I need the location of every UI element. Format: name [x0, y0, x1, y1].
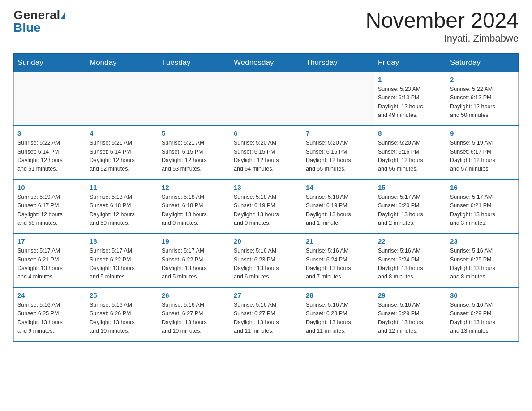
day-info: Sunrise: 5:17 AM Sunset: 6:21 PM Dayligh… [17, 247, 82, 282]
calendar-week-row: 17Sunrise: 5:17 AM Sunset: 6:21 PM Dayli… [14, 233, 519, 287]
day-number: 28 [306, 291, 370, 299]
table-row: 7Sunrise: 5:20 AM Sunset: 6:16 PM Daylig… [302, 125, 374, 180]
day-info: Sunrise: 5:16 AM Sunset: 6:25 PM Dayligh… [450, 247, 515, 282]
day-info: Sunrise: 5:16 AM Sunset: 6:24 PM Dayligh… [378, 247, 442, 282]
day-number: 21 [306, 237, 370, 245]
day-number: 11 [90, 184, 154, 191]
day-number: 20 [234, 237, 298, 245]
col-thursday: Thursday [302, 53, 374, 72]
calendar-subtitle: Inyati, Zimbabwe [365, 33, 519, 44]
day-info: Sunrise: 5:20 AM Sunset: 6:15 PM Dayligh… [234, 139, 298, 174]
col-wednesday: Wednesday [230, 53, 302, 72]
day-number: 30 [450, 291, 515, 299]
day-number: 23 [450, 237, 515, 245]
day-number: 26 [162, 291, 226, 299]
day-number: 16 [450, 184, 515, 191]
day-number: 24 [17, 291, 82, 299]
page-header: General Blue November 2024 Inyati, Zimba… [13, 9, 519, 44]
day-info: Sunrise: 5:16 AM Sunset: 6:29 PM Dayligh… [378, 301, 442, 336]
calendar-header-row: Sunday Monday Tuesday Wednesday Thursday… [14, 53, 519, 72]
table-row: 4Sunrise: 5:21 AM Sunset: 6:14 PM Daylig… [86, 125, 158, 180]
table-row: 27Sunrise: 5:16 AM Sunset: 6:27 PM Dayli… [230, 287, 302, 342]
table-row: 13Sunrise: 5:18 AM Sunset: 6:19 PM Dayli… [230, 180, 302, 234]
table-row: 14Sunrise: 5:18 AM Sunset: 6:19 PM Dayli… [302, 180, 374, 234]
calendar-table: Sunday Monday Tuesday Wednesday Thursday… [13, 53, 519, 342]
day-info: Sunrise: 5:18 AM Sunset: 6:19 PM Dayligh… [306, 193, 370, 228]
day-number: 1 [378, 76, 442, 83]
table-row [230, 72, 302, 125]
day-info: Sunrise: 5:17 AM Sunset: 6:21 PM Dayligh… [450, 193, 515, 228]
day-number: 27 [234, 291, 298, 299]
day-info: Sunrise: 5:19 AM Sunset: 6:17 PM Dayligh… [450, 139, 515, 174]
table-row: 30Sunrise: 5:16 AM Sunset: 6:29 PM Dayli… [446, 287, 519, 342]
day-info: Sunrise: 5:16 AM Sunset: 6:23 PM Dayligh… [234, 247, 298, 282]
table-row [158, 72, 230, 125]
calendar-title: November 2024 [365, 9, 519, 33]
day-info: Sunrise: 5:16 AM Sunset: 6:25 PM Dayligh… [17, 301, 82, 336]
day-number: 9 [450, 129, 515, 137]
logo: General Blue [13, 9, 65, 34]
table-row: 23Sunrise: 5:16 AM Sunset: 6:25 PM Dayli… [446, 233, 519, 287]
table-row [86, 72, 158, 125]
col-friday: Friday [374, 53, 446, 72]
day-number: 15 [378, 184, 442, 191]
day-number: 5 [162, 129, 226, 137]
day-number: 29 [378, 291, 442, 299]
day-info: Sunrise: 5:16 AM Sunset: 6:27 PM Dayligh… [234, 301, 298, 336]
logo-triangle-icon [61, 12, 65, 19]
logo-general-text: General [13, 9, 60, 21]
table-row: 18Sunrise: 5:17 AM Sunset: 6:22 PM Dayli… [86, 233, 158, 287]
title-block: November 2024 Inyati, Zimbabwe [365, 9, 519, 44]
day-info: Sunrise: 5:19 AM Sunset: 6:17 PM Dayligh… [17, 193, 82, 228]
day-info: Sunrise: 5:16 AM Sunset: 6:29 PM Dayligh… [450, 301, 515, 336]
day-number: 22 [378, 237, 442, 245]
day-number: 8 [378, 129, 442, 137]
table-row: 10Sunrise: 5:19 AM Sunset: 6:17 PM Dayli… [14, 180, 86, 234]
day-info: Sunrise: 5:16 AM Sunset: 6:28 PM Dayligh… [306, 301, 370, 336]
calendar-week-row: 3Sunrise: 5:22 AM Sunset: 6:14 PM Daylig… [14, 125, 519, 180]
day-info: Sunrise: 5:21 AM Sunset: 6:14 PM Dayligh… [90, 139, 154, 174]
day-info: Sunrise: 5:20 AM Sunset: 6:16 PM Dayligh… [306, 139, 370, 174]
logo-blue-text: Blue [13, 21, 41, 34]
day-info: Sunrise: 5:17 AM Sunset: 6:22 PM Dayligh… [162, 247, 226, 282]
day-info: Sunrise: 5:21 AM Sunset: 6:15 PM Dayligh… [162, 139, 226, 174]
table-row: 6Sunrise: 5:20 AM Sunset: 6:15 PM Daylig… [230, 125, 302, 180]
table-row: 2Sunrise: 5:22 AM Sunset: 6:13 PM Daylig… [446, 72, 519, 125]
table-row: 19Sunrise: 5:17 AM Sunset: 6:22 PM Dayli… [158, 233, 230, 287]
table-row: 1Sunrise: 5:23 AM Sunset: 6:13 PM Daylig… [374, 72, 446, 125]
day-number: 14 [306, 184, 370, 191]
table-row: 15Sunrise: 5:17 AM Sunset: 6:20 PM Dayli… [374, 180, 446, 234]
day-info: Sunrise: 5:22 AM Sunset: 6:13 PM Dayligh… [450, 85, 515, 120]
table-row: 21Sunrise: 5:16 AM Sunset: 6:24 PM Dayli… [302, 233, 374, 287]
col-saturday: Saturday [446, 53, 519, 72]
table-row: 16Sunrise: 5:17 AM Sunset: 6:21 PM Dayli… [446, 180, 519, 234]
table-row: 9Sunrise: 5:19 AM Sunset: 6:17 PM Daylig… [446, 125, 519, 180]
day-info: Sunrise: 5:16 AM Sunset: 6:24 PM Dayligh… [306, 247, 370, 282]
table-row: 3Sunrise: 5:22 AM Sunset: 6:14 PM Daylig… [14, 125, 86, 180]
day-number: 25 [90, 291, 154, 299]
table-row: 11Sunrise: 5:18 AM Sunset: 6:18 PM Dayli… [86, 180, 158, 234]
day-number: 12 [162, 184, 226, 191]
day-info: Sunrise: 5:18 AM Sunset: 6:18 PM Dayligh… [162, 193, 226, 228]
day-info: Sunrise: 5:18 AM Sunset: 6:18 PM Dayligh… [90, 193, 154, 228]
table-row [14, 72, 86, 125]
day-number: 17 [17, 237, 82, 245]
day-number: 7 [306, 129, 370, 137]
table-row: 26Sunrise: 5:16 AM Sunset: 6:27 PM Dayli… [158, 287, 230, 342]
day-info: Sunrise: 5:16 AM Sunset: 6:27 PM Dayligh… [162, 301, 226, 336]
day-number: 10 [17, 184, 82, 191]
day-info: Sunrise: 5:22 AM Sunset: 6:14 PM Dayligh… [17, 139, 82, 174]
table-row [302, 72, 374, 125]
day-info: Sunrise: 5:23 AM Sunset: 6:13 PM Dayligh… [378, 85, 442, 120]
table-row: 22Sunrise: 5:16 AM Sunset: 6:24 PM Dayli… [374, 233, 446, 287]
col-monday: Monday [86, 53, 158, 72]
day-number: 6 [234, 129, 298, 137]
table-row: 25Sunrise: 5:16 AM Sunset: 6:26 PM Dayli… [86, 287, 158, 342]
table-row: 17Sunrise: 5:17 AM Sunset: 6:21 PM Dayli… [14, 233, 86, 287]
table-row: 12Sunrise: 5:18 AM Sunset: 6:18 PM Dayli… [158, 180, 230, 234]
day-number: 19 [162, 237, 226, 245]
day-number: 2 [450, 76, 515, 83]
day-info: Sunrise: 5:17 AM Sunset: 6:22 PM Dayligh… [90, 247, 154, 282]
day-number: 4 [90, 129, 154, 137]
calendar-week-row: 24Sunrise: 5:16 AM Sunset: 6:25 PM Dayli… [14, 287, 519, 342]
